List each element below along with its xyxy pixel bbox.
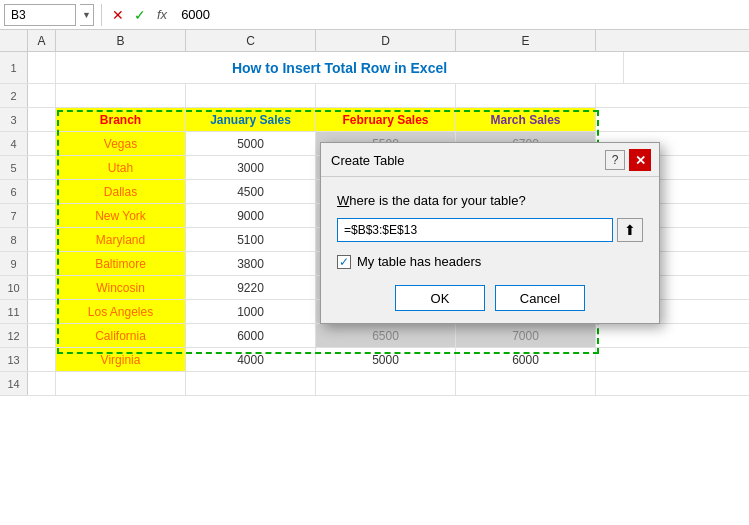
dialog-cancel-button[interactable]: Cancel bbox=[495, 285, 585, 311]
dialog-body: Where is the data for your table? ⬆ ✓ My… bbox=[321, 177, 659, 323]
cell-a7[interactable] bbox=[28, 204, 56, 227]
formula-confirm-icon[interactable]: ✓ bbox=[131, 7, 149, 23]
cell-c2[interactable] bbox=[186, 84, 316, 107]
cell-b12[interactable]: California bbox=[56, 324, 186, 347]
cell-d12[interactable]: 6500 bbox=[316, 324, 456, 347]
cell-a10[interactable] bbox=[28, 276, 56, 299]
dialog-help-button[interactable]: ? bbox=[605, 150, 625, 170]
cell-c5[interactable]: 3000 bbox=[186, 156, 316, 179]
cell-b11[interactable]: Los Angeles bbox=[56, 300, 186, 323]
formula-cancel-icon[interactable]: ✕ bbox=[109, 7, 127, 23]
cell-e3-mar[interactable]: March Sales bbox=[456, 108, 596, 131]
row-14: 14 bbox=[0, 372, 749, 396]
dialog-headers-checkbox[interactable]: ✓ bbox=[337, 255, 351, 269]
dialog-collapse-button[interactable]: ⬆ bbox=[617, 218, 643, 242]
dialog-question-text: here is the data for your table? bbox=[349, 193, 525, 208]
cell-b6[interactable]: Dallas bbox=[56, 180, 186, 203]
row-13: 13 Virginia 4000 5000 6000 bbox=[0, 348, 749, 372]
row-num-5: 5 bbox=[0, 156, 28, 179]
cell-b13[interactable]: Virginia bbox=[56, 348, 186, 371]
dialog-title: Create Table bbox=[331, 153, 404, 168]
cell-a6[interactable] bbox=[28, 180, 56, 203]
cell-c12[interactable]: 6000 bbox=[186, 324, 316, 347]
cell-c7[interactable]: 9000 bbox=[186, 204, 316, 227]
cell-c9[interactable]: 3800 bbox=[186, 252, 316, 275]
cell-b5[interactable]: Utah bbox=[56, 156, 186, 179]
row-num-2: 2 bbox=[0, 84, 28, 107]
cell-a1[interactable] bbox=[28, 52, 56, 83]
row-num-4: 4 bbox=[0, 132, 28, 155]
cell-a3[interactable] bbox=[28, 108, 56, 131]
cell-a8[interactable] bbox=[28, 228, 56, 251]
col-header-c[interactable]: C bbox=[186, 30, 316, 51]
cell-c11[interactable]: 1000 bbox=[186, 300, 316, 323]
cell-b14[interactable] bbox=[56, 372, 186, 395]
cell-e14[interactable] bbox=[456, 372, 596, 395]
dialog-input-row: ⬆ bbox=[337, 218, 643, 242]
cell-a14[interactable] bbox=[28, 372, 56, 395]
col-header-a[interactable]: A bbox=[28, 30, 56, 51]
cell-ref-box[interactable]: B3 bbox=[4, 4, 76, 26]
cell-b10[interactable]: Wincosin bbox=[56, 276, 186, 299]
formula-input[interactable] bbox=[175, 4, 745, 26]
dialog-close-button[interactable]: ✕ bbox=[629, 149, 651, 171]
cell-c6[interactable]: 4500 bbox=[186, 180, 316, 203]
row-2: 2 bbox=[0, 84, 749, 108]
col-header-b[interactable]: B bbox=[56, 30, 186, 51]
cell-ref-dropdown[interactable]: ▼ bbox=[80, 4, 94, 26]
cell-a11[interactable] bbox=[28, 300, 56, 323]
cell-a2[interactable] bbox=[28, 84, 56, 107]
dialog-range-input[interactable] bbox=[337, 218, 613, 242]
cell-d3-feb[interactable]: February Sales bbox=[316, 108, 456, 131]
formula-separator bbox=[101, 4, 102, 26]
cell-b7[interactable]: New York bbox=[56, 204, 186, 227]
cell-d13[interactable]: 5000 bbox=[316, 348, 456, 371]
cell-a4[interactable] bbox=[28, 132, 56, 155]
cell-b4[interactable]: Vegas bbox=[56, 132, 186, 155]
row-1: 1 How to Insert Total Row in Excel bbox=[0, 52, 749, 84]
dialog-ok-button[interactable]: OK bbox=[395, 285, 485, 311]
cell-d14[interactable] bbox=[316, 372, 456, 395]
dialog-question: Where is the data for your table? bbox=[337, 193, 643, 208]
cell-a5[interactable] bbox=[28, 156, 56, 179]
col-header-e[interactable]: E bbox=[456, 30, 596, 51]
dialog-action-buttons: OK Cancel bbox=[337, 285, 643, 311]
row-3: 3 Branch January Sales February Sales Ma… bbox=[0, 108, 749, 132]
cell-b8[interactable]: Maryland bbox=[56, 228, 186, 251]
dialog-checkbox-row: ✓ My table has headers bbox=[337, 254, 643, 269]
dialog-question-underline: W bbox=[337, 193, 349, 208]
cell-e13[interactable]: 6000 bbox=[456, 348, 596, 371]
cell-c14[interactable] bbox=[186, 372, 316, 395]
dialog-checkbox-label: My table has headers bbox=[357, 254, 481, 269]
create-table-dialog: Create Table ? ✕ Where is the data for y… bbox=[320, 142, 660, 324]
row-num-12: 12 bbox=[0, 324, 28, 347]
row-num-10: 10 bbox=[0, 276, 28, 299]
cell-c8[interactable]: 5100 bbox=[186, 228, 316, 251]
corner-header bbox=[0, 30, 28, 51]
formula-fx-icon[interactable]: fx bbox=[153, 7, 171, 22]
cell-e12[interactable]: 7000 bbox=[456, 324, 596, 347]
row-12: 12 California 6000 6500 7000 bbox=[0, 324, 749, 348]
cell-b9[interactable]: Baltimore bbox=[56, 252, 186, 275]
spreadsheet-grid: 1 How to Insert Total Row in Excel 2 3 B… bbox=[0, 52, 749, 396]
cell-b3-branch[interactable]: Branch bbox=[56, 108, 186, 131]
formula-bar: B3 ▼ ✕ ✓ fx bbox=[0, 0, 749, 30]
cell-c4[interactable]: 5000 bbox=[186, 132, 316, 155]
col-header-d[interactable]: D bbox=[316, 30, 456, 51]
cell-b2[interactable] bbox=[56, 84, 186, 107]
cell-c10[interactable]: 9220 bbox=[186, 276, 316, 299]
row-num-14: 14 bbox=[0, 372, 28, 395]
cell-e2[interactable] bbox=[456, 84, 596, 107]
column-headers: A B C D E bbox=[0, 30, 749, 52]
dialog-titlebar: Create Table ? ✕ bbox=[321, 143, 659, 177]
cell-c13[interactable]: 4000 bbox=[186, 348, 316, 371]
cell-a9[interactable] bbox=[28, 252, 56, 275]
row-num-13: 13 bbox=[0, 348, 28, 371]
cell-d2[interactable] bbox=[316, 84, 456, 107]
cell-c3-jan[interactable]: January Sales bbox=[186, 108, 316, 131]
cell-a12[interactable] bbox=[28, 324, 56, 347]
row-num-3: 3 bbox=[0, 108, 28, 131]
cell-a13[interactable] bbox=[28, 348, 56, 371]
dialog-title-buttons: ? ✕ bbox=[605, 149, 651, 171]
cell-b1[interactable]: How to Insert Total Row in Excel bbox=[56, 52, 624, 83]
